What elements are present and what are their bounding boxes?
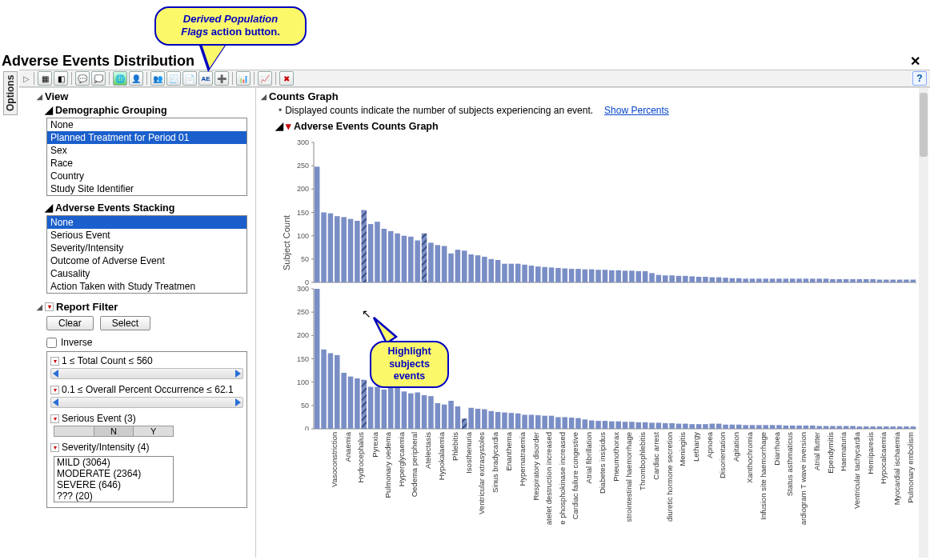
x-axis-category: Cardiac failure congestive: [571, 432, 579, 519]
close-button[interactable]: ✕: [907, 54, 924, 69]
ae-stacking-item[interactable]: Outcome of Adverse Event: [47, 254, 247, 267]
svg-rect-212: [904, 426, 909, 429]
ae-stacking-item[interactable]: Causality: [47, 267, 247, 280]
demographic-grouping-item[interactable]: Planned Treatment for Period 01: [47, 131, 247, 144]
svg-rect-196: [796, 426, 802, 429]
ae-stacking-list[interactable]: NoneSerious EventSeverity/IntensityOutco…: [46, 215, 247, 294]
svg-rect-49: [522, 265, 527, 282]
svg-rect-170: [623, 422, 628, 429]
ae-stacking-item[interactable]: Serious Event: [47, 229, 247, 242]
disclose-icon[interactable]: ◢: [45, 104, 53, 116]
toolbar: ▷ ▦ ◧ 💬 💭 🌐 👤 👥 🧾 📄 AE ➕ 📊 📈 ✖ ?: [19, 70, 930, 87]
svg-rect-61: [603, 270, 608, 282]
svg-rect-209: [884, 426, 889, 429]
disclose-icon[interactable]: ◢: [275, 120, 283, 132]
ae-stacking-item[interactable]: Action Taken with Study Treatmen: [47, 280, 247, 293]
disclose-icon[interactable]: ◢: [45, 202, 53, 214]
disclose-icon[interactable]: ◢: [37, 93, 42, 101]
range-slider[interactable]: [50, 397, 243, 408]
svg-rect-152: [502, 413, 507, 429]
svg-rect-127: [335, 355, 340, 429]
severity-list[interactable]: MILD (3064)MODERATE (2364)SEVERE (646)??…: [54, 456, 174, 502]
bar-chart-icon[interactable]: 📊: [236, 71, 251, 86]
svg-rect-124: [315, 289, 320, 429]
x-axis-category: Anaemia: [343, 432, 352, 462]
grid-icon[interactable]: ▦: [38, 71, 52, 86]
demographic-grouping-item[interactable]: Country: [47, 170, 247, 182]
svg-rect-48: [515, 264, 521, 282]
svg-rect-104: [890, 280, 896, 283]
svg-rect-185: [723, 425, 728, 429]
y-axis-label: Subject Count: [282, 215, 291, 270]
svg-rect-21: [335, 216, 340, 282]
form-icon[interactable]: 📄: [182, 71, 197, 86]
svg-rect-44: [488, 259, 494, 282]
svg-rect-160: [555, 417, 561, 429]
svg-rect-153: [509, 413, 515, 429]
x-axis-category: Atelectasis: [423, 432, 432, 469]
hotspot-icon[interactable]: ▾: [50, 386, 59, 394]
hotspot-icon[interactable]: ▾: [50, 443, 59, 452]
svg-text:0: 0: [305, 425, 309, 430]
add-icon[interactable]: ➕: [214, 71, 229, 86]
svg-rect-79: [723, 278, 728, 282]
person-icon[interactable]: 👤: [129, 71, 143, 86]
hotspot-icon[interactable]: ▾: [45, 302, 54, 311]
svg-rect-177: [669, 423, 675, 429]
svg-rect-149: [482, 410, 487, 430]
ae-icon[interactable]: AE: [198, 71, 213, 86]
help-button[interactable]: ?: [912, 71, 927, 86]
svg-rect-211: [897, 426, 903, 429]
x-axis-category: Ventricular extrasystoles: [477, 432, 486, 514]
demographic-grouping-item[interactable]: None: [47, 118, 247, 131]
comment-icon[interactable]: 💬: [75, 71, 90, 86]
inverse-checkbox[interactable]: [46, 338, 57, 348]
disclose-icon[interactable]: ◢: [37, 303, 42, 311]
x-axis-category: Phlebitis: [451, 432, 459, 461]
svg-rect-19: [321, 213, 327, 283]
pdf-icon[interactable]: 🧾: [166, 71, 181, 86]
svg-rect-201: [830, 426, 836, 430]
people-icon[interactable]: 👥: [150, 71, 165, 86]
svg-rect-30: [395, 234, 400, 282]
range-slider[interactable]: [50, 368, 243, 379]
options-panel-toggle[interactable]: Options: [3, 71, 18, 115]
svg-rect-210: [890, 426, 896, 429]
clear-button[interactable]: Clear: [46, 316, 94, 330]
delete-icon[interactable]: ✖: [279, 71, 294, 86]
demographic-grouping-item[interactable]: Sex: [47, 144, 247, 157]
x-axis-category: Diabetes insipidus: [598, 432, 607, 494]
database-icon[interactable]: ◧: [54, 71, 68, 86]
serious-event-toggle[interactable]: NY: [54, 426, 174, 437]
ae-stacking-item[interactable]: None: [47, 216, 247, 229]
demographic-grouping-item[interactable]: Race: [47, 157, 247, 170]
globe-icon[interactable]: 🌐: [113, 71, 127, 86]
comment2-icon[interactable]: 💭: [91, 71, 106, 86]
svg-rect-57: [575, 269, 581, 282]
svg-rect-166: [595, 421, 601, 429]
toolbar-disclosure-icon[interactable]: ▷: [22, 74, 30, 83]
select-button[interactable]: Select: [100, 316, 150, 330]
bar-chart2-icon[interactable]: 📈: [258, 71, 272, 86]
svg-rect-179: [683, 424, 688, 429]
demographic-grouping-item[interactable]: Study Site Identifier: [47, 182, 247, 195]
svg-rect-25: [361, 210, 367, 282]
svg-rect-154: [515, 414, 521, 429]
svg-text:100: 100: [297, 378, 309, 386]
disclose-icon[interactable]: ◢: [261, 93, 267, 101]
x-axis-category: Haematuria: [839, 432, 848, 471]
ae-stacking-item[interactable]: Severity/Intensity: [47, 242, 247, 254]
hotspot-icon[interactable]: ▾: [286, 120, 291, 132]
hotspot-icon[interactable]: ▾: [50, 414, 59, 423]
svg-rect-92: [810, 278, 816, 282]
show-percents-link[interactable]: Show Percents: [604, 105, 669, 116]
x-axis-category: atelet destruction increased: [544, 432, 553, 525]
svg-rect-97: [844, 279, 849, 282]
svg-rect-143: [442, 405, 447, 429]
scrollbar[interactable]: [919, 88, 928, 558]
svg-rect-167: [603, 421, 608, 429]
svg-rect-100: [864, 279, 869, 282]
hotspot-icon[interactable]: ▾: [50, 357, 59, 366]
demographic-grouping-list[interactable]: NonePlanned Treatment for Period 01SexRa…: [46, 118, 247, 196]
svg-rect-190: [756, 425, 762, 429]
